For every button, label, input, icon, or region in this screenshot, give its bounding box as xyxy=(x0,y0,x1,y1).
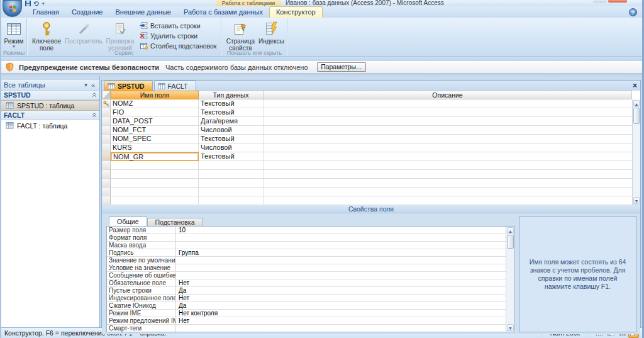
tab-create[interactable]: Создание xyxy=(65,7,109,18)
property-value[interactable]: Нет xyxy=(176,295,506,301)
field-desc-cell[interactable] xyxy=(264,99,632,108)
field-type-cell[interactable]: Дата/время xyxy=(199,117,264,126)
row-selector[interactable] xyxy=(102,117,111,126)
row-selector[interactable] xyxy=(102,144,111,152)
property-value[interactable] xyxy=(176,264,506,271)
tab-design[interactable]: Конструктор xyxy=(269,6,323,18)
minimize-button[interactable] xyxy=(593,0,607,3)
field-type-cell[interactable] xyxy=(199,196,264,205)
row-selector[interactable] xyxy=(102,99,111,108)
scroll-down-icon[interactable]: ▼ xyxy=(633,197,640,204)
field-type-cell[interactable] xyxy=(199,161,264,170)
nav-menu-chevron-icon[interactable]: ▾ xyxy=(82,82,89,88)
tab-general[interactable]: Общие xyxy=(109,217,147,226)
field-name-cell[interactable] xyxy=(111,161,199,170)
field-desc-cell[interactable] xyxy=(264,196,632,205)
field-name-cell[interactable]: DATA_POST xyxy=(111,117,199,126)
row-selector[interactable] xyxy=(102,152,111,161)
field-desc-cell[interactable] xyxy=(264,144,632,152)
property-value[interactable] xyxy=(176,272,506,279)
primary-key-button[interactable]: Ключевое поле xyxy=(29,20,64,53)
delete-rows-button[interactable]: Удалить строки xyxy=(137,31,219,40)
options-button[interactable]: Параметры... xyxy=(317,62,366,72)
field-type-cell[interactable]: Текстовый xyxy=(199,152,264,161)
field-desc-cell[interactable] xyxy=(264,108,632,117)
row-selector[interactable] xyxy=(102,135,111,144)
help-button[interactable]: ? xyxy=(629,8,637,16)
field-name-cell[interactable] xyxy=(111,188,199,196)
field-type-cell[interactable]: Числовой xyxy=(199,144,264,152)
nav-item-spstud-table[interactable]: SPSTUD : таблица xyxy=(1,100,99,111)
property-value[interactable] xyxy=(176,242,506,249)
undo-icon[interactable] xyxy=(33,1,40,6)
field-desc-cell[interactable] xyxy=(264,179,632,188)
property-value[interactable]: Да xyxy=(176,287,506,294)
row-selector[interactable] xyxy=(102,170,111,179)
field-type-cell[interactable] xyxy=(199,179,264,188)
column-header-description[interactable]: Описание xyxy=(264,91,632,99)
indexes-button[interactable]: Индексы xyxy=(257,20,285,46)
row-selector[interactable] xyxy=(102,179,111,188)
property-value[interactable]: Да xyxy=(176,302,506,309)
field-name-cell[interactable] xyxy=(111,196,199,205)
scroll-up-icon[interactable]: ▲ xyxy=(633,100,640,107)
row-selector[interactable] xyxy=(102,188,111,196)
tab-external-data[interactable]: Внешние данные xyxy=(109,7,177,18)
field-name-cell[interactable] xyxy=(111,170,199,179)
collapse-group-icon[interactable] xyxy=(92,93,97,98)
property-value[interactable]: Группа xyxy=(176,249,506,256)
nav-item-faclt-table[interactable]: FACLT : таблица xyxy=(1,120,99,131)
nav-group-spstud[interactable]: SPSTUD xyxy=(1,91,99,100)
field-type-cell[interactable] xyxy=(199,188,264,196)
field-name-cell[interactable]: NOM_SPEC xyxy=(111,135,199,144)
close-document-icon[interactable]: × xyxy=(633,81,637,90)
field-name-cell[interactable] xyxy=(111,179,199,188)
scroll-down-icon[interactable]: ▼ xyxy=(507,324,514,331)
column-header-field-name[interactable]: Имя поля xyxy=(111,91,199,99)
field-name-cell[interactable]: NOM_FCT xyxy=(111,126,199,135)
save-icon[interactable] xyxy=(25,1,31,6)
row-selector[interactable] xyxy=(102,126,111,135)
property-value[interactable] xyxy=(176,234,506,241)
field-type-cell[interactable]: Текстовый xyxy=(199,108,264,117)
view-button[interactable]: Режим ▾ xyxy=(3,20,25,50)
field-type-cell[interactable]: Текстовый xyxy=(199,99,264,108)
property-value[interactable]: Нет контроля xyxy=(176,310,506,317)
nav-pane-header[interactable]: Все таблицы ▾ « xyxy=(1,80,99,91)
nav-group-faclt[interactable]: FACLT xyxy=(1,111,99,120)
field-name-cell[interactable]: NOM_GR xyxy=(111,152,199,161)
field-name-cell[interactable]: NOMZ xyxy=(111,99,199,108)
property-value[interactable] xyxy=(176,325,506,332)
field-desc-cell[interactable] xyxy=(264,170,632,179)
field-name-cell[interactable]: FIO xyxy=(111,108,199,117)
insert-rows-button[interactable]: Вставить строки xyxy=(137,21,219,30)
tab-home[interactable]: Главная xyxy=(26,7,65,18)
field-type-cell[interactable] xyxy=(199,170,264,179)
field-type-cell[interactable]: Текстовый xyxy=(199,135,264,144)
column-header-data-type[interactable]: Тип данных xyxy=(199,91,264,99)
scrollbar-thumb[interactable] xyxy=(507,235,514,249)
field-desc-cell[interactable] xyxy=(264,188,632,196)
scroll-up-icon[interactable]: ▲ xyxy=(507,227,514,234)
field-desc-cell[interactable] xyxy=(264,117,632,126)
field-desc-cell[interactable] xyxy=(264,152,632,161)
property-value[interactable] xyxy=(176,257,506,264)
tab-database-tools[interactable]: Работа с базами данных xyxy=(177,7,269,18)
field-name-cell[interactable]: KURS xyxy=(111,144,199,152)
qat-menu-chevron-icon[interactable]: ▾ xyxy=(42,1,45,6)
field-desc-cell[interactable] xyxy=(264,161,632,170)
property-value[interactable]: Нет xyxy=(176,317,506,324)
field-type-cell[interactable]: Числовой xyxy=(199,126,264,135)
scrollbar-thumb[interactable] xyxy=(633,108,640,124)
lookup-column-button[interactable]: Столбец подстановок xyxy=(137,41,219,50)
row-selector[interactable] xyxy=(102,161,111,170)
property-value[interactable]: 10 xyxy=(176,227,506,234)
shutter-bar-collapse-icon[interactable]: « xyxy=(89,81,97,89)
collapse-group-icon[interactable] xyxy=(92,113,97,118)
doc-tab-faclt[interactable]: FACLT xyxy=(154,81,196,91)
tab-lookup[interactable]: Подстановка xyxy=(147,218,203,226)
row-selector[interactable] xyxy=(102,108,111,117)
field-desc-cell[interactable] xyxy=(264,126,632,135)
doc-tab-spstud[interactable]: SPSTUD xyxy=(104,81,153,91)
property-value[interactable]: Нет xyxy=(176,279,506,286)
